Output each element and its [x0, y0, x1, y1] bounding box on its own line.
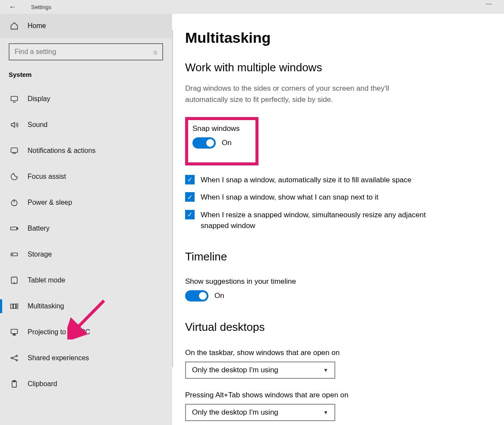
- sidebar-home[interactable]: Home: [0, 14, 172, 38]
- content-pane: Multitasking Work with multiple windows …: [172, 14, 504, 425]
- svg-rect-11: [11, 304, 13, 308]
- sidebar-item-notifications[interactable]: Notifications & actions: [0, 138, 172, 164]
- sidebar-item-battery[interactable]: Battery: [0, 216, 172, 241]
- snap-check-label: When I resize a snapped window, simultan…: [201, 210, 427, 231]
- storage-icon: [9, 250, 19, 259]
- projecting-icon: [9, 328, 19, 336]
- shared-experiences-icon: [9, 354, 19, 362]
- sidebar-item-label: Notifications & actions: [28, 147, 95, 155]
- checkbox-checked-icon: ✓: [185, 210, 195, 219]
- window-title: Settings: [31, 4, 51, 10]
- section-snap-heading: Work with multiple windows: [185, 61, 487, 74]
- sidebar-item-shared-experiences[interactable]: Shared experiences: [0, 345, 172, 371]
- sidebar-category: System: [0, 68, 172, 86]
- sidebar-item-multitasking[interactable]: Multitasking: [0, 293, 172, 319]
- sidebar-item-tablet-mode[interactable]: Tablet mode: [0, 267, 172, 293]
- sidebar-home-label: Home: [28, 22, 46, 30]
- display-icon: [9, 95, 19, 103]
- clipboard-icon: [9, 380, 19, 388]
- svg-rect-12: [13, 304, 16, 308]
- sidebar-item-label: Projecting to this PC: [28, 328, 90, 336]
- svg-line-20: [13, 358, 16, 360]
- back-icon[interactable]: ←: [9, 3, 16, 12]
- sidebar-item-power-sleep[interactable]: Power & sleep: [0, 190, 172, 216]
- snap-check-2[interactable]: ✓ When I snap a window, show what I can …: [185, 192, 427, 203]
- svg-rect-15: [11, 329, 18, 333]
- sidebar-item-label: Power & sleep: [28, 199, 72, 206]
- notifications-icon: [9, 146, 19, 155]
- sidebar-item-label: Multitasking: [28, 302, 64, 310]
- home-icon: [9, 22, 19, 30]
- tablet-icon: [9, 276, 19, 285]
- sidebar: Home ⌕ System Display Sound Notification…: [0, 14, 172, 425]
- svg-point-8: [12, 254, 13, 255]
- svg-rect-2: [11, 148, 18, 152]
- snap-check-3[interactable]: ✓ When I resize a snapped window, simult…: [185, 210, 427, 231]
- sidebar-item-storage[interactable]: Storage: [0, 241, 172, 267]
- sidebar-item-label: Shared experiences: [28, 354, 89, 362]
- annotation-highlight: Snap windows On: [185, 117, 258, 165]
- vdesk-taskbar-dropdown[interactable]: Only the desktop I'm using ▼: [185, 362, 335, 379]
- snap-windows-toggle-state: On: [222, 139, 232, 147]
- timeline-toggle-state: On: [214, 292, 224, 300]
- dropdown-value: Only the desktop I'm using: [192, 408, 278, 417]
- minimize-icon[interactable]: [486, 4, 492, 4]
- sidebar-item-label: Battery: [28, 225, 50, 232]
- snap-check-label: When I snap a window, show what I can sn…: [201, 192, 378, 203]
- sidebar-item-sound[interactable]: Sound: [0, 112, 172, 138]
- focus-assist-icon: [9, 172, 19, 181]
- sidebar-item-label: Tablet mode: [28, 276, 65, 284]
- sidebar-item-display[interactable]: Display: [0, 86, 172, 112]
- checkbox-checked-icon: ✓: [185, 192, 195, 202]
- svg-point-16: [11, 357, 13, 358]
- search-icon: ⌕: [153, 48, 157, 56]
- snap-windows-label: Snap windows: [192, 124, 240, 133]
- snap-check-1[interactable]: ✓ When I snap a window, automatically si…: [185, 175, 427, 186]
- svg-rect-0: [11, 96, 18, 101]
- sidebar-item-label: Storage: [28, 251, 52, 258]
- sidebar-item-label: Focus assist: [28, 173, 66, 181]
- svg-rect-6: [17, 228, 18, 229]
- sound-icon: [9, 121, 19, 129]
- svg-line-19: [13, 356, 16, 358]
- svg-rect-5: [11, 227, 17, 230]
- sidebar-item-label: Sound: [28, 121, 47, 129]
- vdesk-alttab-label: Pressing Alt+Tab shows windows that are …: [185, 391, 487, 400]
- sidebar-item-clipboard[interactable]: Clipboard: [0, 371, 172, 397]
- sidebar-item-projecting[interactable]: Projecting to this PC: [0, 319, 172, 345]
- chevron-down-icon: ▼: [323, 409, 328, 415]
- chevron-down-icon: ▼: [323, 367, 328, 373]
- vdesk-alttab-dropdown[interactable]: Only the desktop I'm using ▼: [185, 404, 335, 421]
- page-title: Multitasking: [185, 29, 487, 46]
- search-input[interactable]: [15, 48, 153, 56]
- svg-point-18: [16, 359, 17, 361]
- sidebar-item-focus-assist[interactable]: Focus assist: [0, 164, 172, 190]
- section-snap-description: Drag windows to the sides or corners of …: [185, 83, 418, 106]
- timeline-toggle[interactable]: [185, 290, 208, 301]
- titlebar: ← Settings: [0, 0, 504, 14]
- sidebar-item-label: Display: [28, 95, 50, 103]
- snap-check-label: When I snap a window, automatically size…: [201, 175, 412, 186]
- svg-point-17: [16, 355, 17, 356]
- snap-windows-toggle[interactable]: [192, 137, 216, 149]
- dropdown-value: Only the desktop I'm using: [192, 366, 278, 374]
- battery-icon: [9, 224, 19, 233]
- power-icon: [9, 198, 19, 207]
- checkbox-checked-icon: ✓: [185, 175, 195, 184]
- vdesk-taskbar-label: On the taskbar, show windows that are op…: [185, 349, 487, 357]
- search-box[interactable]: ⌕: [9, 43, 163, 60]
- section-timeline-heading: Timeline: [185, 250, 487, 263]
- scroll-indicator: [172, 30, 173, 367]
- sidebar-nav-list: Display Sound Notifications & actions Fo…: [0, 86, 172, 397]
- multitasking-icon: [9, 302, 19, 311]
- timeline-toggle-label: Show suggestions in your timeline: [185, 277, 487, 286]
- section-vdesk-heading: Virtual desktops: [185, 320, 487, 334]
- sidebar-item-label: Clipboard: [28, 380, 57, 388]
